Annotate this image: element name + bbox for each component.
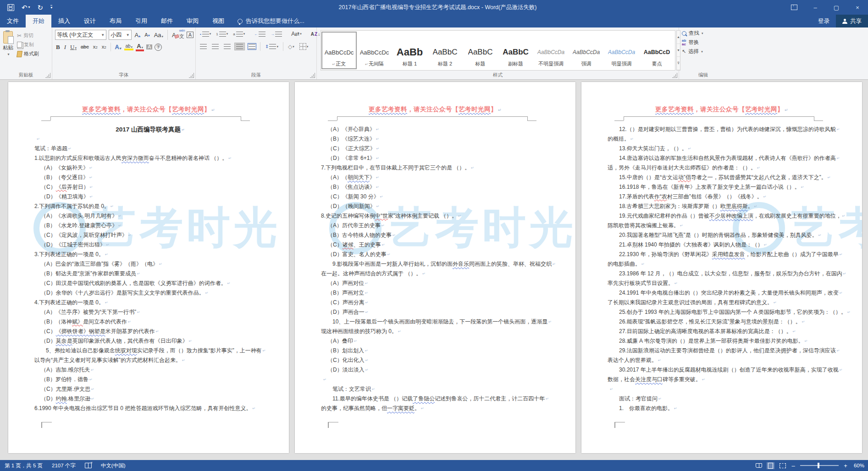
font-size-combo[interactable]: 小四▼ [109, 30, 131, 40]
chevron-down-icon[interactable]: ▼ [126, 33, 130, 37]
tell-me-box[interactable]: 告诉我您想要做什么... [231, 15, 311, 27]
chevron-down-icon[interactable]: ▾ [300, 32, 302, 36]
chevron-down-icon[interactable]: ▾ [293, 45, 294, 49]
language-indicator[interactable]: 中文(中国) [96, 462, 130, 469]
character-border-button[interactable]: A [187, 32, 194, 38]
zoom-slider[interactable] [800, 465, 839, 466]
web-layout-button[interactable] [779, 462, 786, 469]
tab-home[interactable]: 开始 [26, 15, 51, 27]
save-button[interactable] [7, 4, 14, 11]
maximize-button[interactable]: ▢ [826, 0, 847, 15]
superscript-button[interactable]: x2 [101, 44, 107, 50]
italic-button[interactable]: I [63, 44, 67, 50]
tab-references[interactable]: 引用 [128, 15, 154, 27]
chevron-down-icon[interactable]: ▾ [131, 45, 133, 49]
bullets-button[interactable]: •▾ [199, 31, 212, 38]
style-card-5[interactable]: AaBbC标题 [463, 32, 498, 69]
text-effects-button[interactable]: A▾ [114, 44, 122, 50]
distribute-button[interactable] [247, 43, 257, 50]
paragraph-dialog-launcher[interactable] [310, 73, 315, 78]
undo-button[interactable]: ↶▾ [22, 4, 30, 11]
chevron-down-icon[interactable]: ▾ [702, 32, 703, 35]
chevron-down-icon[interactable]: ▾ [227, 32, 228, 36]
cut-button[interactable]: ✂剪切 [17, 32, 39, 39]
document-area[interactable]: 艺考时光更多艺考资料，请关注公众号【艺考时光网】↵2017 山西编导联考真题 笔… [0, 80, 868, 460]
page-2[interactable]: 艺考时光更多艺考资料，请关注公众号【艺考时光网】↵（A）《开心辞典》（B）《综艺… [295, 82, 575, 453]
share-button[interactable]: 共享 [836, 15, 868, 27]
page-indicator[interactable]: 第 1 页，共 5 页 [0, 462, 47, 469]
phonetic-guide-button[interactable]: wén文 [179, 30, 184, 40]
style-card-4[interactable]: AaBbC标题 2 [427, 32, 463, 69]
zoom-out-button[interactable]: – [791, 462, 796, 469]
paste-button[interactable]: 粘贴 ▾ [3, 30, 13, 71]
chevron-down-icon[interactable]: ▾ [142, 46, 144, 49]
underline-button[interactable]: U▾ [69, 44, 77, 50]
enclose-characters-button[interactable]: 字 [155, 44, 162, 51]
chevron-down-icon[interactable]: ▾ [307, 45, 309, 49]
select-button[interactable]: ↖选择▾ [682, 48, 725, 55]
style-card-7[interactable]: AaBbCcDa不明显强调 [533, 32, 569, 69]
clipboard-dialog-launcher[interactable] [45, 73, 50, 78]
chevron-down-icon[interactable]: ▾ [276, 45, 278, 49]
align-right-button[interactable] [222, 43, 232, 50]
font-name-combo[interactable]: 等线 (中文正文▼ [55, 30, 106, 40]
minimize-button[interactable]: – [805, 0, 826, 15]
zoom-slider-thumb[interactable] [818, 463, 819, 468]
zoom-level[interactable]: 60% [852, 463, 864, 468]
proofing-indicator[interactable] [80, 463, 96, 468]
zoom-in-button[interactable]: + [843, 462, 848, 469]
font-color-button[interactable]: A▾ [136, 43, 144, 51]
asian-layout-button[interactable]: A⇄▾ [290, 30, 303, 38]
shading-button[interactable]: ◇▾ [287, 43, 296, 51]
clear-formatting-button[interactable]: A [171, 32, 177, 38]
increase-indent-button[interactable]: → [269, 31, 283, 38]
word-count-indicator[interactable]: 2107 个字 [47, 462, 80, 469]
tab-insert[interactable]: 插入 [51, 15, 77, 27]
line-spacing-button[interactable]: ⇕▾ [264, 43, 280, 50]
decrease-indent-button[interactable]: ← [253, 31, 267, 38]
strikethrough-button[interactable]: abc [80, 44, 90, 50]
tab-review[interactable]: 审阅 [180, 15, 205, 27]
subscript-button[interactable]: x2 [92, 44, 99, 50]
repeat-button[interactable]: ↻ [38, 4, 44, 11]
read-mode-button[interactable] [755, 462, 763, 469]
change-case-button[interactable]: Aa▾ [153, 32, 164, 38]
ribbon-display-options-button[interactable] [784, 0, 805, 15]
style-card-1[interactable]: AaBbCcDc正文 [321, 32, 357, 69]
copy-button[interactable]: 复制 [17, 41, 39, 49]
grow-font-button[interactable]: A▴ [134, 32, 142, 38]
tab-file[interactable]: 文件 [0, 15, 26, 27]
tab-layout[interactable]: 布局 [103, 15, 128, 27]
multilevel-list-button[interactable]: a▾ [232, 31, 246, 38]
shrink-font-button[interactable]: A▾ [144, 32, 150, 38]
page-3[interactable]: 艺考时光更多艺考资料，请关注公众号【艺考时光网】↵12.（）是对建安时期以三曹曹… [581, 82, 862, 453]
print-layout-button[interactable] [767, 462, 774, 469]
numbering-button[interactable]: 1▾ [215, 31, 229, 38]
tab-mailings[interactable]: 邮件 [154, 15, 180, 27]
borders-button[interactable]: ▾ [298, 42, 310, 51]
chevron-down-icon[interactable]: ▾ [75, 47, 77, 50]
align-center-button[interactable] [210, 43, 220, 50]
character-shading-button[interactable]: A [146, 44, 152, 49]
undo-dropdown-icon[interactable]: ▾ [28, 5, 30, 9]
style-card-3[interactable]: AaBb标题 1 [392, 32, 427, 69]
sign-in-button[interactable]: 登录 [812, 15, 836, 27]
justify-button[interactable] [234, 43, 245, 50]
close-button[interactable]: × [847, 0, 868, 15]
style-card-6[interactable]: AaBbC副标题 [498, 32, 533, 69]
styles-dialog-launcher[interactable] [672, 73, 677, 78]
style-card-10[interactable]: AaBbCcD要点 [639, 32, 674, 69]
bold-button[interactable]: B [55, 44, 61, 50]
align-left-button[interactable] [199, 43, 208, 50]
style-card-2[interactable]: AaBbCcDc无间隔 [357, 32, 392, 69]
chevron-down-icon[interactable]: ▾ [701, 50, 703, 54]
style-card-8[interactable]: AaBbCcDa强调 [569, 32, 604, 69]
customize-quick-access-button[interactable]: ▾ [50, 5, 52, 10]
text-highlight-button[interactable]: ab▾ [124, 44, 133, 50]
tab-view[interactable]: 视图 [205, 15, 231, 27]
replace-button[interactable]: abac替换 [682, 39, 725, 46]
chevron-down-icon[interactable]: ▾ [120, 47, 122, 50]
chevron-down-icon[interactable]: ▾ [210, 32, 211, 36]
tab-design[interactable]: 设计 [77, 15, 103, 27]
chevron-down-icon[interactable]: ▾ [7, 52, 9, 56]
